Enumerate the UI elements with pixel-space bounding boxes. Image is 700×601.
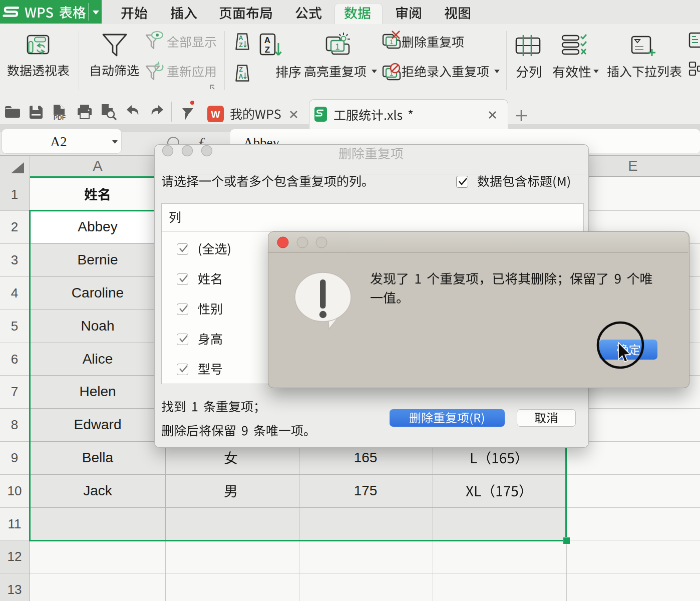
svg-text:Z: Z xyxy=(239,42,243,49)
svg-text:A: A xyxy=(264,36,270,45)
svg-text:Z: Z xyxy=(239,66,243,73)
svg-text:PDF: PDF xyxy=(54,114,66,121)
svg-text:W: W xyxy=(211,109,220,120)
svg-text:Z: Z xyxy=(265,45,270,55)
svg-text:1: 1 xyxy=(335,43,340,51)
svg-text:A: A xyxy=(238,73,243,80)
svg-text:A: A xyxy=(238,35,243,42)
